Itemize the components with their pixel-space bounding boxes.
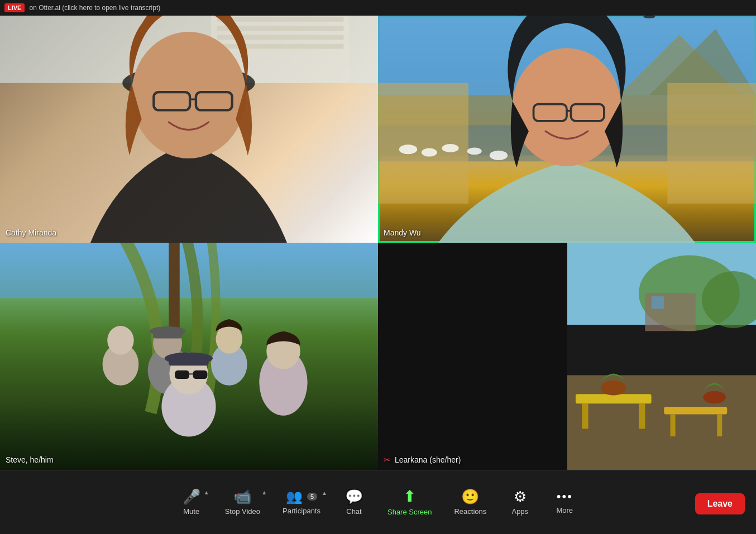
svg-point-31 (422, 148, 437, 156)
video-grid: Cathy Miranda (0, 16, 756, 470)
more-label: More (556, 506, 573, 514)
svg-point-56 (165, 352, 213, 364)
reactions-label: Reactions (454, 507, 486, 516)
svg-rect-70 (717, 415, 722, 437)
learkana-muted-icon: ✂ (384, 455, 390, 464)
video-tile-mandy: Mandy Wu (378, 16, 756, 243)
share-screen-button[interactable]: ⬆ Share Screen (376, 482, 443, 523)
chat-button[interactable]: 💬 Chat (332, 483, 376, 522)
svg-rect-69 (670, 415, 675, 437)
chat-label: Chat (346, 507, 361, 516)
video-tile-steve: Steve, he/him (0, 243, 378, 470)
reactions-icon: 🙂 (461, 489, 479, 504)
live-badge: LIVE (4, 3, 25, 12)
svg-rect-8 (217, 44, 344, 49)
svg-point-30 (399, 145, 417, 154)
svg-rect-28 (378, 83, 468, 204)
svg-rect-68 (664, 407, 727, 415)
svg-point-47 (150, 326, 186, 336)
svg-rect-65 (575, 394, 651, 403)
apps-label: Apps (511, 507, 528, 516)
participant-name-steve: Steve, he/him (6, 455, 54, 464)
svg-rect-29 (667, 83, 756, 204)
svg-point-32 (442, 144, 458, 152)
participants-label: Participants (283, 507, 320, 515)
svg-rect-64 (567, 375, 757, 470)
svg-point-33 (467, 147, 482, 155)
stop-video-button[interactable]: ▲ 📹 Stop Video (214, 483, 271, 522)
participants-button[interactable]: ▲ 👥 5 Participants (271, 483, 332, 522)
svg-point-71 (601, 380, 626, 395)
chat-icon: 💬 (345, 489, 363, 504)
otter-transcript-link[interactable]: on Otter.ai (click here to open live tra… (29, 4, 160, 12)
video-tile-cathy: Cathy Miranda (0, 16, 378, 243)
svg-point-34 (490, 151, 508, 160)
participant-count: 5 (307, 493, 317, 501)
learkana-right-panel (567, 243, 757, 470)
share-screen-label: Share Screen (387, 508, 432, 516)
participant-name-cathy: Cathy Miranda (6, 228, 56, 237)
mute-button[interactable]: ▲ 🎤 Mute (169, 483, 214, 522)
top-bar: LIVE on Otter.ai (click here to open liv… (0, 0, 756, 16)
toolbar: ▲ 🎤 Mute ▲ 📹 Stop Video ▲ 👥 5 Participan… (0, 470, 756, 534)
svg-rect-63 (651, 296, 664, 309)
share-screen-icon: ⬆ (403, 489, 416, 504)
apps-icon: ⚙ (514, 489, 527, 504)
participants-caret[interactable]: ▲ (322, 490, 327, 496)
reactions-button[interactable]: 🙂 Reactions (443, 483, 497, 522)
stop-video-label: Stop Video (225, 507, 260, 516)
svg-rect-52 (175, 371, 189, 379)
mute-label: Mute (183, 507, 199, 516)
participants-top: 👥 5 (286, 490, 317, 503)
mute-icon: 🎤 (183, 489, 200, 504)
video-tile-learkana: ✂ Learkana (she/her) (378, 243, 756, 470)
apps-button[interactable]: ⚙ Apps (497, 483, 542, 522)
more-button[interactable]: ••• More (542, 484, 587, 521)
participants-icon: 👥 (286, 490, 303, 503)
svg-point-49 (216, 325, 243, 354)
svg-point-72 (703, 391, 726, 404)
participant-name-mandy: Mandy Wu (384, 228, 421, 237)
svg-rect-5 (217, 17, 344, 22)
svg-rect-67 (638, 403, 644, 429)
more-icon: ••• (557, 490, 573, 503)
svg-rect-53 (193, 371, 208, 379)
svg-rect-66 (582, 403, 588, 429)
stop-video-icon: 📹 (233, 489, 251, 504)
leave-button[interactable]: Leave (695, 493, 745, 514)
mute-caret[interactable]: ▲ (204, 489, 209, 495)
stop-video-caret[interactable]: ▲ (261, 489, 267, 495)
learkana-left-panel (378, 243, 567, 470)
participant-name-learkana: Learkana (she/her) (395, 455, 461, 464)
svg-point-43 (107, 326, 134, 355)
